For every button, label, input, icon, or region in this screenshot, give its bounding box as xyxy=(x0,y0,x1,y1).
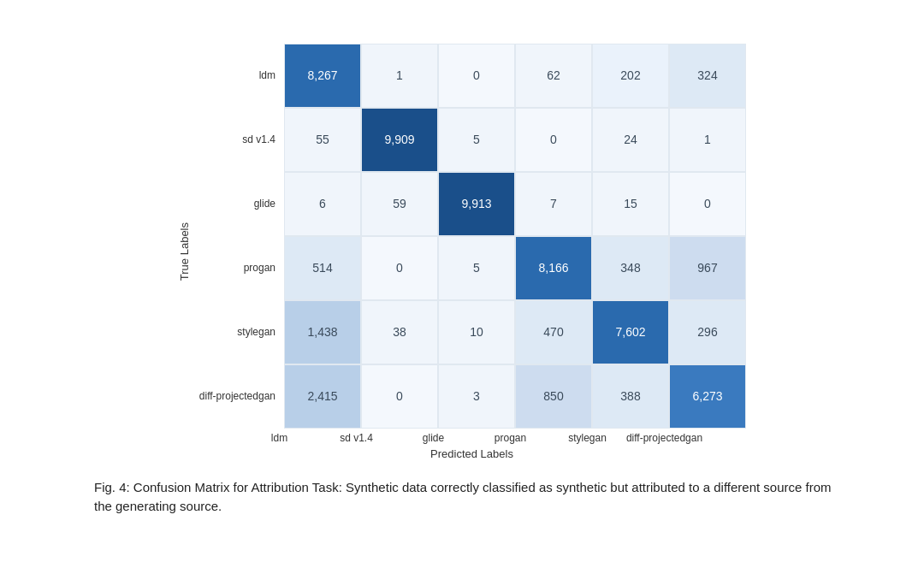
cell-1-1: 9,909 xyxy=(361,108,438,172)
matrix-wrapper: True Labels ldmsd v1.4glideproganstylega… xyxy=(178,44,746,461)
cell-5-1: 0 xyxy=(361,364,438,429)
matrix-area: True Labels ldmsd v1.4glideproganstylega… xyxy=(86,44,838,461)
col-label-1: sd v1.4 xyxy=(318,432,395,444)
row-labels: ldmsd v1.4glideproganstylegandiff-projec… xyxy=(198,44,279,429)
row-labels-and-grid: ldmsd v1.4glideproganstylegandiff-projec… xyxy=(198,44,746,429)
cell-4-2: 10 xyxy=(438,300,515,364)
col-label-3: progan xyxy=(472,432,549,444)
row-label-0: ldm xyxy=(198,44,279,108)
cell-0-1: 1 xyxy=(361,44,438,108)
cell-1-4: 24 xyxy=(592,108,669,172)
col-labels-row: ldmsd v1.4glideproganstylegandiff-projec… xyxy=(241,432,703,444)
grid-row-3: 514058,166348967 xyxy=(284,236,746,300)
true-label-text: True Labels xyxy=(178,222,191,281)
cell-5-0: 2,415 xyxy=(284,364,361,429)
cell-0-3: 62 xyxy=(515,44,592,108)
cell-5-4: 388 xyxy=(592,364,669,429)
cell-0-2: 0 xyxy=(438,44,515,108)
cell-4-0: 1,438 xyxy=(284,300,361,364)
col-label-0: ldm xyxy=(241,432,318,444)
cell-5-3: 850 xyxy=(515,364,592,429)
cell-1-5: 1 xyxy=(669,108,746,172)
cell-2-4: 15 xyxy=(592,172,669,236)
figure-caption: Fig. 4: Confusion Matrix for Attribution… xyxy=(86,478,838,517)
matrix-and-xlabel: ldmsd v1.4glideproganstylegandiff-projec… xyxy=(198,44,746,461)
cell-1-0: 55 xyxy=(284,108,361,172)
xlabel-container: Predicted Labels xyxy=(430,446,513,461)
cell-1-2: 5 xyxy=(438,108,515,172)
row-label-5: diff-projectedgan xyxy=(198,364,279,429)
cell-2-0: 6 xyxy=(284,172,361,236)
grid-container: 8,2671062202324559,909502416599,91371505… xyxy=(284,44,746,429)
grid-row-0: 8,2671062202324 xyxy=(284,44,746,108)
xlabel-text: Predicted Labels xyxy=(430,447,513,460)
col-label-2: glide xyxy=(395,432,472,444)
grid-row-4: 1,43838104707,602296 xyxy=(284,300,746,364)
cell-3-2: 5 xyxy=(438,236,515,300)
cell-3-5: 967 xyxy=(669,236,746,300)
cell-2-2: 9,913 xyxy=(438,172,515,236)
col-label-5: diff-projectedgan xyxy=(626,432,703,444)
cell-2-1: 59 xyxy=(361,172,438,236)
cell-4-1: 38 xyxy=(361,300,438,364)
grid-row-2: 6599,9137150 xyxy=(284,172,746,236)
cell-3-3: 8,166 xyxy=(515,236,592,300)
cell-5-5: 6,273 xyxy=(669,364,746,429)
cell-3-0: 514 xyxy=(284,236,361,300)
cell-4-4: 7,602 xyxy=(592,300,669,364)
cell-4-3: 470 xyxy=(515,300,592,364)
col-label-4: stylegan xyxy=(549,432,626,444)
grid-row-5: 2,415038503886,273 xyxy=(284,364,746,429)
cell-5-2: 3 xyxy=(438,364,515,429)
row-label-1: sd v1.4 xyxy=(198,108,279,172)
cell-1-3: 0 xyxy=(515,108,592,172)
cell-0-4: 202 xyxy=(592,44,669,108)
true-label-container: True Labels xyxy=(178,222,191,281)
row-label-3: progan xyxy=(198,236,279,300)
cell-0-0: 8,267 xyxy=(284,44,361,108)
grid-row-1: 559,90950241 xyxy=(284,108,746,172)
cell-3-1: 0 xyxy=(361,236,438,300)
cell-0-5: 324 xyxy=(669,44,746,108)
cell-3-4: 348 xyxy=(592,236,669,300)
figure-container: True Labels ldmsd v1.4glideproganstylega… xyxy=(51,27,873,542)
row-label-4: stylegan xyxy=(198,300,279,364)
cell-2-5: 0 xyxy=(669,172,746,236)
cell-4-5: 296 xyxy=(669,300,746,364)
row-label-2: glide xyxy=(198,172,279,236)
cell-2-3: 7 xyxy=(515,172,592,236)
